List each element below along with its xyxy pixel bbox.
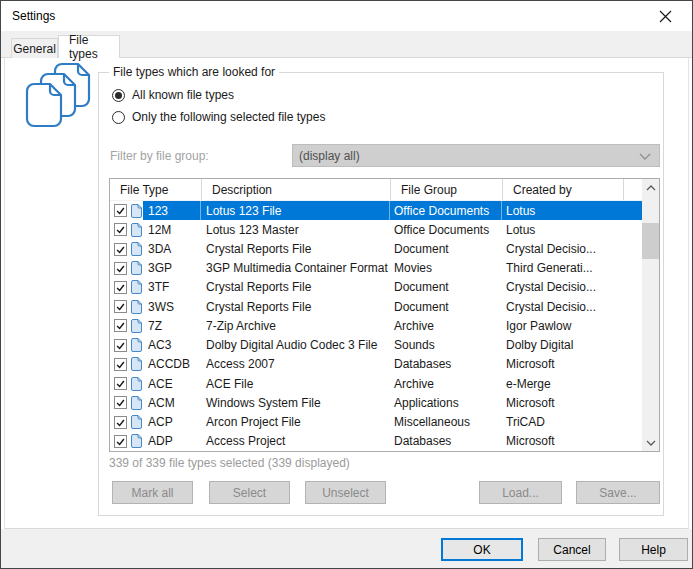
radio-all-known-file-types[interactable]: All known file types <box>112 88 234 102</box>
cell-created-by: Lotus <box>502 220 642 239</box>
scroll-down-icon[interactable] <box>642 434 659 451</box>
file-icon <box>131 434 142 448</box>
row-checkbox[interactable] <box>114 339 127 352</box>
table-row[interactable]: 3TFCrystal Reports FileDocumentCrystal D… <box>110 278 642 297</box>
row-checkbox[interactable] <box>114 319 127 332</box>
cell-file-type: 12M <box>143 220 201 239</box>
file-icon <box>131 415 142 429</box>
scroll-up-icon[interactable] <box>642 179 659 196</box>
list-rows: 123Lotus 123 FileOffice DocumentsLotus12… <box>110 201 642 451</box>
tab-file-types[interactable]: File types <box>58 35 120 58</box>
cell-created-by: Lotus <box>502 201 642 220</box>
row-checkbox[interactable] <box>114 396 127 409</box>
radio-only-selected-file-types[interactable]: Only the following selected file types <box>112 110 325 124</box>
help-button[interactable]: Help <box>619 538 688 561</box>
settings-dialog: Settings General File types <box>0 0 693 569</box>
file-group-dropdown[interactable]: (display all) <box>292 144 660 167</box>
cell-file-group: Applications <box>390 393 502 412</box>
table-row[interactable]: 123Lotus 123 FileOffice DocumentsLotus <box>110 201 642 220</box>
table-row[interactable]: ACMWindows System FileApplicationsMicros… <box>110 393 642 412</box>
cell-file-group: Movies <box>390 259 502 278</box>
file-icon <box>131 280 142 294</box>
row-checkbox[interactable] <box>114 223 127 236</box>
ok-button[interactable]: OK <box>441 538 523 561</box>
chevron-down-icon <box>639 153 651 160</box>
table-row[interactable]: 3DACrystal Reports FileDocumentCrystal D… <box>110 239 642 258</box>
cell-file-type: 7Z <box>143 316 201 335</box>
radio-icon <box>112 89 125 102</box>
table-row[interactable]: 3WSCrystal Reports FileDocumentCrystal D… <box>110 297 642 316</box>
vertical-scrollbar[interactable] <box>642 179 659 451</box>
scrollbar-thumb[interactable] <box>642 223 659 259</box>
unselect-button[interactable]: Unselect <box>305 481 386 504</box>
column-header-created-by[interactable]: Created by <box>503 179 624 200</box>
cell-description: Lotus 123 File <box>201 201 390 220</box>
cell-description: Access Project <box>201 432 390 451</box>
cell-created-by: TriCAD <box>502 412 642 431</box>
column-header-file-group[interactable]: File Group <box>391 179 503 200</box>
cell-file-type: ACE <box>143 374 201 393</box>
radio-label: All known file types <box>132 88 234 102</box>
cell-description: Dolby Digital Audio Codec 3 File <box>201 336 390 355</box>
file-icon <box>131 261 142 275</box>
cell-file-group: Document <box>390 297 502 316</box>
tab-general[interactable]: General <box>11 38 58 58</box>
table-row[interactable]: ACPArcon Project FileMiscellaneousTriCAD <box>110 412 642 431</box>
cell-file-group: Document <box>390 278 502 297</box>
load-button[interactable]: Load... <box>479 481 562 504</box>
row-checkbox[interactable] <box>114 377 127 390</box>
cell-description: Crystal Reports File <box>201 278 390 297</box>
mark-all-button[interactable]: Mark all <box>112 481 193 504</box>
cell-file-group: Office Documents <box>390 220 502 239</box>
close-icon <box>659 10 672 23</box>
radio-icon <box>112 111 125 124</box>
table-row[interactable]: 3GP3GP Multimedia Container FormatMovies… <box>110 259 642 278</box>
cell-description: 3GP Multimedia Container Format <box>201 259 390 278</box>
cell-file-type: ACCDB <box>143 355 201 374</box>
cell-description: 7-Zip Archive <box>201 316 390 335</box>
dialog-button-bar: OK Cancel Help <box>1 529 692 568</box>
cell-file-type: ADP <box>143 432 201 451</box>
table-row[interactable]: ACCDBAccess 2007DatabasesMicrosoft <box>110 355 642 374</box>
cell-file-type: AC3 <box>143 336 201 355</box>
close-button[interactable] <box>646 4 684 28</box>
cell-created-by: Microsoft <box>502 432 642 451</box>
file-icon <box>131 319 142 333</box>
file-icon <box>131 396 142 410</box>
save-button[interactable]: Save... <box>576 481 660 504</box>
cell-created-by: e-Merge <box>502 374 642 393</box>
table-row[interactable]: ADPAccess ProjectDatabasesMicrosoft <box>110 432 642 451</box>
select-button[interactable]: Select <box>209 481 290 504</box>
tab-strip: General File types <box>1 31 692 58</box>
groupbox-title: File types which are looked for <box>109 65 279 79</box>
row-checkbox[interactable] <box>114 262 127 275</box>
row-checkbox[interactable] <box>114 300 127 313</box>
title-bar: Settings <box>1 1 692 31</box>
cell-created-by: Crystal Decisio... <box>502 278 642 297</box>
cell-file-group: Archive <box>390 316 502 335</box>
cell-created-by: Microsoft <box>502 393 642 412</box>
cancel-button[interactable]: Cancel <box>538 538 606 561</box>
row-checkbox[interactable] <box>114 281 127 294</box>
column-header-file-type[interactable]: File Type <box>110 179 202 200</box>
row-checkbox[interactable] <box>114 416 127 429</box>
table-row[interactable]: 12MLotus 123 MasterOffice DocumentsLotus <box>110 220 642 239</box>
row-checkbox[interactable] <box>114 435 127 448</box>
row-checkbox[interactable] <box>114 243 127 256</box>
file-icon <box>131 377 142 391</box>
table-row[interactable]: ACEACE FileArchivee-Merge <box>110 374 642 393</box>
cell-file-group: Databases <box>390 355 502 374</box>
cell-description: Lotus 123 Master <box>201 220 390 239</box>
window-title: Settings <box>12 9 55 23</box>
cell-file-type: 3GP <box>143 259 201 278</box>
row-checkbox[interactable] <box>114 204 127 217</box>
column-header-description[interactable]: Description <box>202 179 391 200</box>
cell-created-by: Third Generati... <box>502 259 642 278</box>
cell-created-by: Crystal Decisio... <box>502 297 642 316</box>
table-row[interactable]: AC3Dolby Digital Audio Codec 3 FileSound… <box>110 336 642 355</box>
table-row[interactable]: 7Z7-Zip ArchiveArchiveIgor Pawlow <box>110 316 642 335</box>
row-checkbox[interactable] <box>114 358 127 371</box>
file-types-list: File Type Description File Group Created… <box>109 178 660 452</box>
cell-file-type: 3WS <box>143 297 201 316</box>
cell-file-group: Archive <box>390 374 502 393</box>
